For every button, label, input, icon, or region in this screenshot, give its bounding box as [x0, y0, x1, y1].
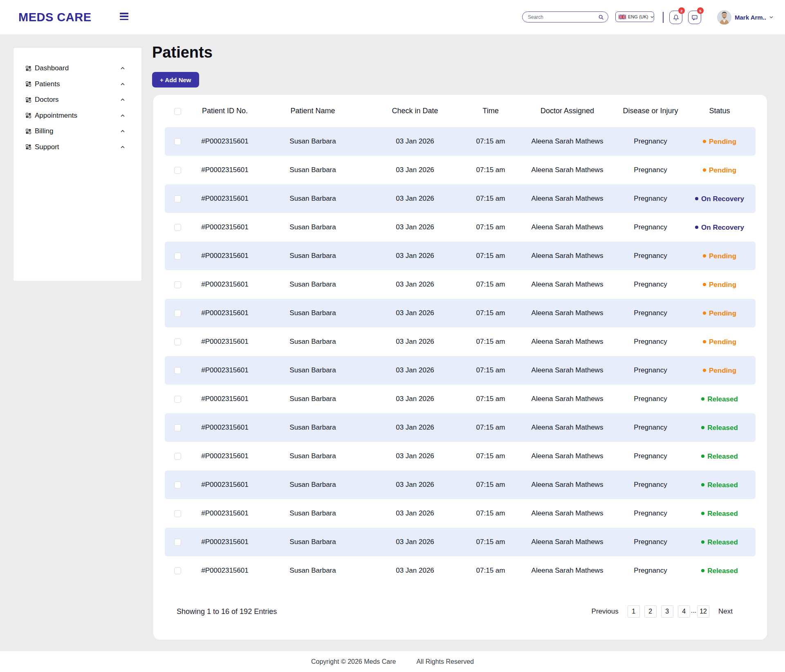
- status-dot-icon: [701, 455, 704, 458]
- next-page-button[interactable]: Next: [718, 607, 733, 616]
- status-label: Pending: [709, 338, 736, 345]
- sidebar-item-billing[interactable]: Billing: [13, 123, 141, 139]
- cell-checkin-date: 03 Jan 2026: [366, 242, 464, 270]
- cell-disease: Pregnancy: [617, 442, 684, 470]
- table-row: #P0002315601Susan Barbara03 Jan 202607:1…: [165, 127, 756, 156]
- table-row: #P0002315601Susan Barbara03 Jan 202607:1…: [165, 528, 756, 556]
- cell-patient-name: Susan Barbara: [260, 184, 366, 213]
- status-dot-icon: [701, 483, 704, 486]
- chevron-down-icon: [769, 16, 773, 18]
- cell-time: 07:15 am: [464, 470, 517, 499]
- add-new-button[interactable]: + Add New: [152, 72, 199, 87]
- cell-disease: Pregnancy: [617, 499, 684, 528]
- row-checkbox[interactable]: [174, 167, 181, 174]
- patients-table-card: Patient ID No.Patient NameCheck in DateT…: [153, 95, 767, 640]
- status-label: Released: [707, 538, 738, 546]
- status-dot-icon: [703, 254, 706, 258]
- cell-patient-name: Susan Barbara: [260, 356, 366, 385]
- sidebar-item-support[interactable]: Support: [13, 139, 141, 155]
- status-dot-icon: [703, 283, 706, 286]
- status-dot-icon: [703, 168, 706, 172]
- sidebar-item-patients[interactable]: Patients: [13, 76, 141, 92]
- user-menu[interactable]: Mark Arm..: [717, 10, 773, 25]
- rights-text: All Rights Reserved: [416, 658, 474, 665]
- row-checkbox[interactable]: [174, 424, 181, 431]
- cell-status: Pending: [684, 127, 756, 156]
- cell-disease: Pregnancy: [617, 528, 684, 556]
- page-button-12[interactable]: 12: [697, 605, 709, 618]
- row-checkbox[interactable]: [174, 510, 181, 517]
- page-button-4[interactable]: 4: [678, 605, 690, 618]
- cell-patient-id: #P0002315601: [190, 213, 260, 242]
- cell-time: 07:15 am: [464, 127, 517, 156]
- row-checkbox[interactable]: [174, 310, 181, 317]
- sidebar-item-label: Patients: [35, 80, 60, 88]
- row-checkbox[interactable]: [174, 281, 181, 288]
- row-checkbox[interactable]: [174, 396, 181, 403]
- page-button-2[interactable]: 2: [644, 605, 657, 618]
- cell-status: Pending: [684, 270, 756, 299]
- row-checkbox[interactable]: [174, 224, 181, 231]
- previous-page-button[interactable]: Previous: [592, 607, 619, 616]
- row-checkbox[interactable]: [174, 338, 181, 345]
- sidebar-item-label: Support: [35, 143, 59, 151]
- chevron-up-icon: [121, 114, 125, 117]
- cell-checkin-date: 03 Jan 2026: [366, 470, 464, 499]
- sidebar-item-appointments[interactable]: Appointments: [13, 108, 141, 124]
- table-row: #P0002315601Susan Barbara03 Jan 202607:1…: [165, 213, 756, 242]
- sidebar-item-doctors[interactable]: Doctors: [13, 92, 141, 108]
- row-checkbox[interactable]: [174, 567, 181, 574]
- cell-patient-id: #P0002315601: [190, 470, 260, 499]
- status-dot-icon: [695, 226, 698, 229]
- page-button-1[interactable]: 1: [628, 605, 640, 618]
- sidebar-item-dashboard[interactable]: Dashboard: [13, 60, 141, 76]
- row-checkbox[interactable]: [174, 367, 181, 374]
- cell-patient-id: #P0002315601: [190, 242, 260, 270]
- status-dot-icon: [703, 311, 706, 315]
- row-checkbox[interactable]: [174, 539, 181, 546]
- grid-icon: [26, 97, 31, 103]
- table-row: #P0002315601Susan Barbara03 Jan 202607:1…: [165, 499, 756, 528]
- cell-status: Pending: [684, 156, 756, 184]
- search-input[interactable]: [528, 12, 595, 22]
- cell-time: 07:15 am: [464, 327, 517, 356]
- cell-status: On Recovery: [684, 184, 756, 213]
- sidebar-item-label: Appointments: [35, 112, 77, 120]
- cell-status: Released: [684, 442, 756, 470]
- status-dot-icon: [701, 426, 704, 429]
- language-label: ENG (UK): [628, 14, 648, 19]
- status-dot-icon: [703, 369, 706, 372]
- cell-status: Pending: [684, 299, 756, 327]
- cell-status: Released: [684, 556, 756, 585]
- status-label: Released: [707, 395, 738, 403]
- page-button-3[interactable]: 3: [661, 605, 673, 618]
- row-checkbox[interactable]: [174, 253, 181, 260]
- sidebar-item-label: Dashboard: [35, 64, 69, 72]
- status-label: Released: [707, 481, 738, 488]
- cell-checkin-date: 03 Jan 2026: [366, 356, 464, 385]
- table-row: #P0002315601Susan Barbara03 Jan 202607:1…: [165, 299, 756, 327]
- row-checkbox[interactable]: [174, 195, 181, 202]
- row-checkbox[interactable]: [174, 482, 181, 488]
- uk-flag-icon: [619, 15, 626, 19]
- cell-disease: Pregnancy: [617, 127, 684, 156]
- cell-time: 07:15 am: [464, 556, 517, 585]
- cell-status: Pending: [684, 356, 756, 385]
- chevron-up-icon: [121, 83, 125, 85]
- language-selector[interactable]: ENG (UK): [615, 11, 654, 22]
- avatar: [717, 10, 731, 25]
- cell-doctor-assigned: Aleena Sarah Mathews: [517, 356, 617, 385]
- row-checkbox[interactable]: [174, 453, 181, 460]
- cell-checkin-date: 03 Jan 2026: [366, 327, 464, 356]
- hamburger-menu-icon[interactable]: [120, 13, 129, 22]
- cell-patient-id: #P0002315601: [190, 556, 260, 585]
- cell-patient-name: Susan Barbara: [260, 499, 366, 528]
- select-all-checkbox[interactable]: [174, 108, 181, 115]
- footer: Copyright © 2026 Meds Care All Rights Re…: [0, 651, 785, 672]
- row-checkbox[interactable]: [174, 138, 181, 145]
- status-label: Pending: [709, 309, 736, 317]
- cell-patient-name: Susan Barbara: [260, 556, 366, 585]
- status-dot-icon: [701, 569, 704, 572]
- cell-patient-name: Susan Barbara: [260, 385, 366, 413]
- search-icon[interactable]: [598, 14, 604, 22]
